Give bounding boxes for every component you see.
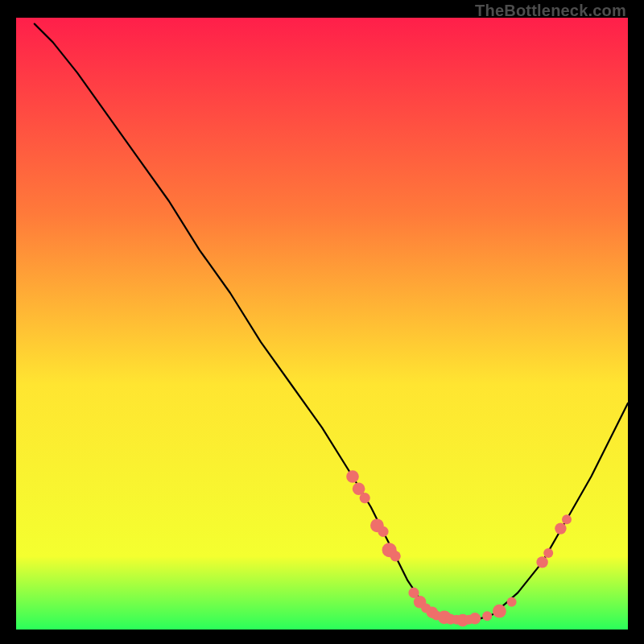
data-marker xyxy=(555,522,566,534)
bottleneck-chart xyxy=(16,18,628,630)
data-marker xyxy=(360,493,370,503)
data-marker xyxy=(562,514,572,524)
data-marker xyxy=(543,548,553,558)
data-marker xyxy=(482,611,492,621)
data-marker xyxy=(507,597,517,607)
data-marker xyxy=(493,605,506,618)
data-marker xyxy=(387,548,397,558)
data-marker xyxy=(346,470,359,483)
data-marker xyxy=(378,526,388,537)
chart-frame xyxy=(16,18,628,630)
data-marker xyxy=(469,613,481,624)
data-marker xyxy=(536,556,547,568)
gradient-background xyxy=(16,18,628,630)
